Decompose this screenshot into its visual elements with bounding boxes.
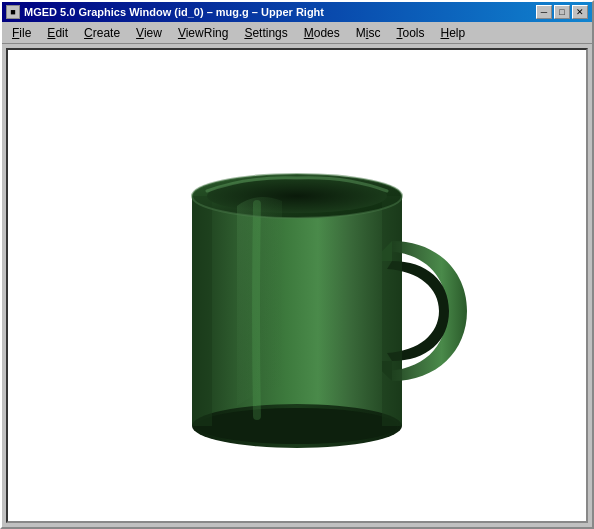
menu-file[interactable]: File — [4, 24, 39, 42]
close-button[interactable]: ✕ — [572, 5, 588, 19]
mug-render — [8, 50, 586, 521]
svg-rect-0 — [192, 196, 402, 426]
menu-bar: File Edit Create View ViewRing Settings … — [2, 22, 592, 44]
menu-view[interactable]: View — [128, 24, 170, 42]
menu-settings[interactable]: Settings — [236, 24, 295, 42]
title-bar-buttons: ─ □ ✕ — [536, 5, 588, 19]
main-window: ■ MGED 5.0 Graphics Window (id_0) – mug.… — [0, 0, 594, 529]
window-icon: ■ — [6, 5, 20, 19]
menu-tools[interactable]: Tools — [388, 24, 432, 42]
window-title: MGED 5.0 Graphics Window (id_0) – mug.g … — [24, 6, 324, 18]
menu-edit[interactable]: Edit — [39, 24, 76, 42]
graphics-canvas[interactable] — [6, 48, 588, 523]
maximize-button[interactable]: □ — [554, 5, 570, 19]
svg-rect-5 — [192, 196, 212, 426]
minimize-button[interactable]: ─ — [536, 5, 552, 19]
title-bar-left: ■ MGED 5.0 Graphics Window (id_0) – mug.… — [6, 5, 324, 19]
menu-modes[interactable]: Modes — [296, 24, 348, 42]
title-bar: ■ MGED 5.0 Graphics Window (id_0) – mug.… — [2, 2, 592, 22]
svg-rect-6 — [382, 196, 402, 426]
menu-create[interactable]: Create — [76, 24, 128, 42]
menu-help[interactable]: Help — [432, 24, 473, 42]
svg-point-4 — [197, 408, 397, 444]
menu-viewring[interactable]: ViewRing — [170, 24, 236, 42]
mug-svg — [127, 96, 467, 476]
menu-misc[interactable]: Misc — [348, 24, 389, 42]
